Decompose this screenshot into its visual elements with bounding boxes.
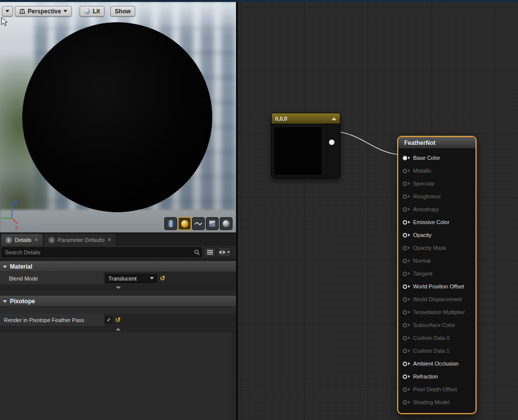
- input-pin-icon[interactable]: [403, 400, 407, 405]
- pin-world-position-offset[interactable]: World Position Offset: [398, 280, 475, 293]
- material-advanced-expander[interactable]: [0, 285, 236, 290]
- feather-pass-label: Render in Pixotope Feather Pass: [0, 314, 104, 326]
- gizmo-x-label: x: [15, 224, 18, 230]
- pin-arrow-icon: [408, 195, 410, 198]
- pin-normal[interactable]: Normal: [398, 254, 475, 267]
- pin-specular[interactable]: Specular: [398, 177, 475, 190]
- reset-to-default-icon[interactable]: ↺: [115, 317, 121, 323]
- input-pin-icon[interactable]: [403, 323, 407, 327]
- tab-parameter-defaults[interactable]: i Parameter Defaults ×: [44, 234, 116, 246]
- material-graph-canvas[interactable]: 0,0,0 FeatherNot Base ColorMetallicSpecu…: [238, 2, 518, 420]
- chevron-down-icon: [227, 251, 230, 253]
- preview-shape-plane-button[interactable]: [192, 217, 205, 230]
- view-options-button[interactable]: [218, 247, 231, 257]
- input-pin-icon[interactable]: [403, 220, 407, 225]
- pin-ambient-occlusion[interactable]: Ambient Occlusion: [398, 357, 475, 370]
- pixotope-advanced-expander[interactable]: [0, 327, 236, 332]
- pin-tessellation-multiplier[interactable]: Tessellation Multiplier: [398, 306, 475, 319]
- pin-subsurface-color[interactable]: Subsurface Color: [398, 319, 475, 331]
- sphere-icon: [181, 220, 188, 228]
- parameter-defaults-tab-icon: i: [48, 237, 55, 243]
- show-button[interactable]: Show: [110, 6, 135, 16]
- pin-opacity[interactable]: Opacity: [398, 229, 475, 241]
- input-pin-icon[interactable]: [403, 336, 407, 340]
- input-pin-icon[interactable]: [403, 246, 407, 250]
- input-pin-icon[interactable]: [403, 374, 407, 379]
- section-expand-icon: [3, 300, 7, 303]
- close-icon[interactable]: ×: [35, 237, 38, 243]
- preview-shape-teapot-button[interactable]: [220, 217, 233, 230]
- property-matrix-button[interactable]: [204, 247, 216, 257]
- collapse-up-icon[interactable]: [331, 117, 336, 120]
- preview-shape-buttons: [164, 217, 233, 230]
- pin-pixel-depth-offset[interactable]: Pixel Depth Offset: [398, 383, 475, 396]
- pin-metallic[interactable]: Metallic: [398, 164, 475, 177]
- material-result-node[interactable]: FeatherNot Base ColorMetallicSpecularRou…: [397, 136, 476, 414]
- input-pin-icon[interactable]: [403, 156, 407, 160]
- pin-arrow-icon: [408, 272, 410, 275]
- pin-custom-data-1[interactable]: Custom Data 1: [398, 344, 475, 357]
- pin-shading-model[interactable]: Shading Model: [398, 396, 475, 409]
- pin-base-color[interactable]: Base Color: [398, 151, 475, 164]
- pin-anisotropy[interactable]: Anisotropy: [398, 203, 475, 216]
- blend-mode-row: Blend Mode Translucent ↺: [0, 272, 236, 285]
- constant-color-node[interactable]: 0,0,0: [271, 113, 340, 178]
- pin-opacity-mask[interactable]: Opacity Mask: [398, 241, 475, 254]
- pin-label: Roughness: [413, 193, 441, 199]
- pin-label: Shading Model: [413, 399, 449, 405]
- tab-details[interactable]: i Details ×: [1, 234, 43, 246]
- input-pin-icon[interactable]: [403, 207, 407, 212]
- axis-gizmo: Z x: [0, 196, 35, 232]
- input-pin-icon[interactable]: [403, 182, 407, 186]
- perspective-button[interactable]: Perspective: [15, 6, 72, 16]
- pin-tangent[interactable]: Tangent: [398, 267, 475, 280]
- input-pin-icon[interactable]: [403, 362, 407, 366]
- feather-pass-checkbox[interactable]: [105, 317, 112, 324]
- lit-button[interactable]: Lit: [80, 6, 104, 16]
- close-icon[interactable]: ×: [107, 237, 111, 243]
- input-pin-icon[interactable]: [403, 297, 407, 302]
- preview-shape-cube-button[interactable]: [206, 217, 219, 230]
- material-node-header[interactable]: FeatherNot: [398, 137, 475, 149]
- input-pin-icon[interactable]: [403, 349, 407, 353]
- pin-label: Tangent: [413, 271, 432, 277]
- pin-arrow-icon: [408, 388, 410, 391]
- section-header-pixotope[interactable]: Pixotope: [0, 296, 236, 307]
- viewport-options-button[interactable]: [2, 6, 13, 16]
- input-pin-icon[interactable]: [403, 387, 407, 392]
- pin-refraction[interactable]: Refraction: [398, 370, 475, 383]
- pin-label: Specular: [413, 181, 434, 187]
- feather-pass-value-cell: ↺: [104, 314, 236, 326]
- input-pin-icon[interactable]: [403, 233, 407, 237]
- eye-icon: [218, 250, 226, 255]
- section-material-title: Material: [10, 263, 32, 270]
- pin-world-displacement[interactable]: World Displacement: [398, 293, 475, 306]
- constant-node-header[interactable]: 0,0,0: [272, 113, 340, 124]
- blend-mode-dropdown[interactable]: Translucent: [105, 274, 157, 283]
- search-input[interactable]: [1, 247, 202, 257]
- input-pin-icon[interactable]: [403, 272, 407, 276]
- section-header-material[interactable]: Material: [0, 261, 236, 272]
- panel-divider[interactable]: [236, 0, 238, 420]
- pin-emissive-color[interactable]: Emissive Color: [398, 216, 475, 229]
- cylinder-icon: [168, 220, 174, 227]
- pin-label: Custom Data 1: [413, 348, 449, 354]
- input-pin-icon[interactable]: [403, 169, 407, 173]
- reset-to-default-icon[interactable]: ↺: [160, 275, 165, 281]
- pin-arrow-icon: [408, 349, 410, 352]
- input-pin-icon[interactable]: [403, 194, 407, 199]
- teapot-icon: [223, 220, 230, 227]
- input-pin-icon[interactable]: [403, 310, 407, 315]
- pin-roughness[interactable]: Roughness: [398, 190, 475, 203]
- input-pin-icon[interactable]: [403, 259, 407, 263]
- preview-shape-cylinder-button[interactable]: [164, 217, 177, 230]
- mouse-cursor: [1, 17, 8, 27]
- preview-shape-sphere-button[interactable]: [178, 217, 191, 230]
- output-pin[interactable]: [329, 140, 334, 145]
- pin-label: Base Color: [413, 155, 440, 161]
- color-swatch[interactable]: [275, 127, 322, 175]
- pin-custom-data-0[interactable]: Custom Data 0: [398, 331, 475, 344]
- material-preview-viewport[interactable]: Perspective Lit Show Z x: [0, 2, 236, 233]
- blend-mode-label: Blend Mode: [0, 272, 104, 284]
- input-pin-icon[interactable]: [403, 284, 407, 289]
